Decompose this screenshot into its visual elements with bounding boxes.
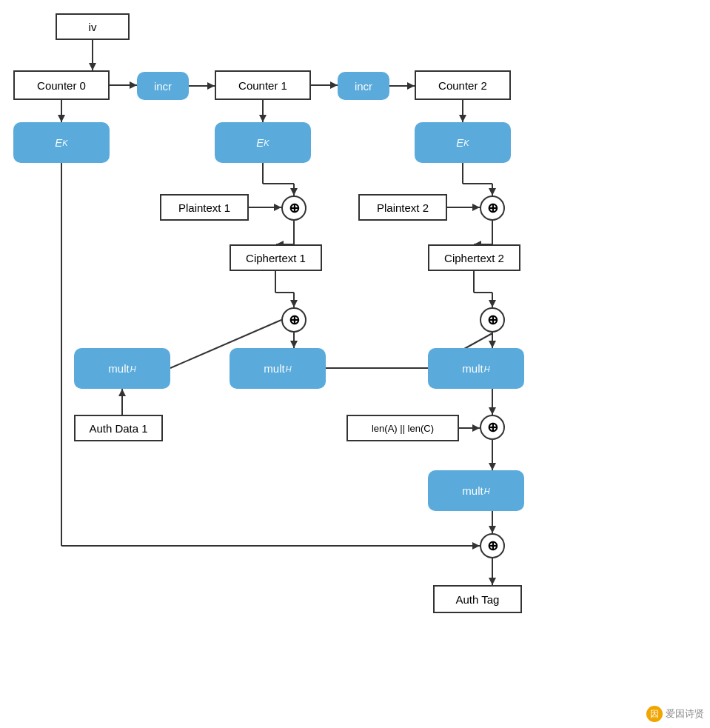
incr1-label: incr	[154, 80, 172, 93]
ek1-label: E	[256, 136, 264, 149]
ek2-sub: K	[463, 138, 469, 147]
multH3-sub: H	[484, 364, 490, 373]
authdata1-label: Auth Data 1	[89, 422, 147, 435]
ciphertext1-label: Ciphertext 1	[246, 252, 306, 264]
multH2-label: mult	[264, 362, 284, 375]
svg-marker-43	[290, 341, 298, 348]
watermark: 因 爱因诗贤	[646, 706, 704, 722]
xor2-symbol: ⊕	[487, 200, 498, 216]
counter1-label: Counter 1	[238, 79, 287, 92]
incr2-label: incr	[355, 80, 372, 93]
multH2-box: mult H	[230, 348, 326, 389]
svg-marker-25	[274, 204, 281, 211]
svg-marker-15	[459, 115, 466, 122]
multH3-box: mult H	[428, 348, 524, 389]
ek0-label: E	[55, 136, 62, 149]
xor1-circle: ⊕	[281, 196, 307, 221]
xor5-circle: ⊕	[480, 415, 505, 440]
counter2-box: Counter 2	[415, 70, 511, 100]
svg-marker-52	[489, 407, 496, 415]
xor6-symbol: ⊕	[487, 538, 498, 554]
xor1-symbol: ⊕	[289, 200, 300, 216]
counter0-box: Counter 0	[13, 70, 110, 100]
svg-marker-54	[472, 424, 480, 432]
authtag-box: Auth Tag	[433, 585, 522, 613]
plaintext1-box: Plaintext 1	[160, 194, 249, 221]
watermark-icon: 因	[646, 706, 663, 722]
watermark-text: 爱因诗贤	[666, 707, 704, 721]
multH4-box: mult H	[428, 470, 524, 511]
svg-marker-47	[118, 389, 126, 396]
incr2-box: incr	[338, 72, 389, 100]
svg-marker-45	[489, 341, 496, 348]
svg-marker-13	[259, 115, 267, 122]
multH3-label: mult	[462, 362, 483, 375]
xor4-symbol: ⊕	[487, 312, 498, 328]
ciphertext2-label: Ciphertext 2	[444, 252, 504, 264]
ciphertext1-box: Ciphertext 1	[230, 244, 322, 271]
svg-marker-58	[489, 526, 496, 533]
ciphertext2-box: Ciphertext 2	[428, 244, 520, 271]
svg-marker-41	[489, 300, 496, 307]
ek0-box: E K	[13, 122, 110, 163]
svg-marker-63	[489, 578, 496, 585]
plaintext2-box: Plaintext 2	[358, 194, 447, 221]
xor3-circle: ⊕	[281, 307, 307, 333]
plaintext1-label: Plaintext 1	[178, 201, 230, 214]
svg-marker-19	[290, 188, 298, 196]
svg-marker-3	[130, 81, 137, 89]
diagram-container: iv Counter 0 incr Counter 1 incr Counter…	[0, 0, 710, 728]
svg-marker-37	[290, 300, 298, 307]
xor3-symbol: ⊕	[289, 312, 300, 328]
multH1-label: mult	[108, 362, 129, 375]
iv-label: iv	[89, 21, 97, 33]
svg-marker-9	[407, 82, 415, 90]
lenAlenC-box: len(A) || len(C)	[346, 415, 459, 441]
xor2-circle: ⊕	[480, 196, 505, 221]
authdata1-box: Auth Data 1	[74, 415, 163, 441]
svg-marker-27	[472, 204, 480, 211]
incr1-box: incr	[137, 72, 189, 100]
ek2-label: E	[456, 136, 463, 149]
ek1-box: E K	[215, 122, 311, 163]
svg-marker-5	[207, 82, 215, 90]
svg-marker-23	[489, 188, 496, 196]
svg-marker-61	[472, 542, 480, 550]
svg-marker-7	[330, 81, 338, 89]
multH1-sub: H	[130, 364, 136, 373]
xor6-circle: ⊕	[480, 533, 505, 558]
counter0-label: Counter 0	[37, 79, 86, 92]
counter1-box: Counter 1	[215, 70, 311, 100]
multH1-box: mult H	[74, 348, 170, 389]
multH4-sub: H	[484, 487, 490, 495]
ek1-sub: K	[264, 138, 269, 147]
svg-marker-11	[58, 115, 65, 122]
authtag-label: Auth Tag	[456, 593, 500, 606]
xor4-circle: ⊕	[480, 307, 505, 333]
multH4-label: mult	[462, 484, 483, 497]
multH2-sub: H	[286, 364, 292, 373]
ek2-box: E K	[415, 122, 511, 163]
counter2-label: Counter 2	[438, 79, 487, 92]
xor5-symbol: ⊕	[487, 419, 498, 435]
svg-marker-1	[89, 63, 96, 70]
iv-box: iv	[56, 13, 130, 40]
svg-marker-56	[489, 463, 496, 470]
ek0-sub: K	[62, 138, 67, 147]
lenAlenC-label: len(A) || len(C)	[372, 423, 434, 434]
plaintext2-label: Plaintext 2	[377, 201, 429, 214]
watermark-icon-text: 因	[650, 708, 659, 721]
